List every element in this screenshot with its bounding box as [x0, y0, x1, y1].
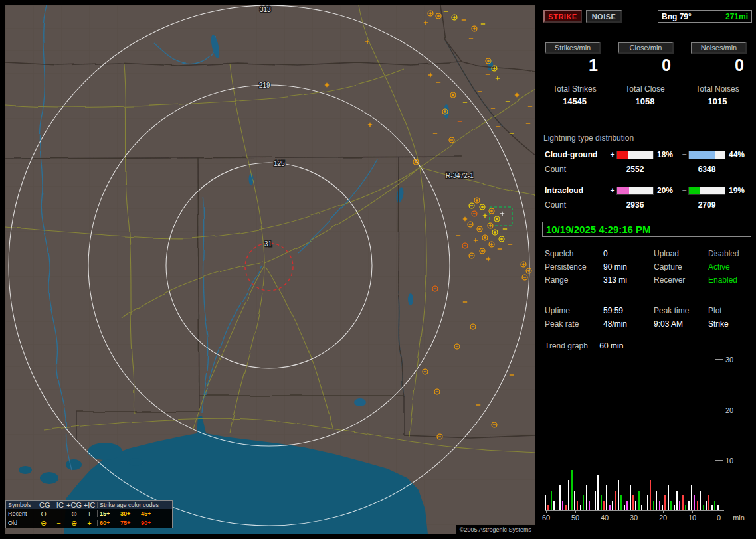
- y-axis: [719, 358, 719, 511]
- trend-bar: [586, 485, 587, 510]
- trend-bar: [545, 495, 546, 510]
- cg-plus-pct: 18%: [654, 150, 680, 159]
- nic-old-icon: −: [51, 519, 66, 527]
- trend-bar: [674, 505, 675, 510]
- age-code-75: 75+: [120, 520, 141, 526]
- trend-bar: [583, 495, 584, 510]
- peak-time-label: Peak time: [654, 304, 708, 317]
- peak-time-value: 9:03 AM: [654, 317, 708, 331]
- squelch-value: 0: [603, 247, 654, 260]
- trend-bar: [612, 501, 613, 510]
- trend-bar: [668, 485, 669, 510]
- trend-bar: [559, 485, 561, 510]
- trend-bar: [580, 505, 581, 510]
- total-strikes-label: Total Strikes: [539, 84, 610, 94]
- trend-bar: [670, 501, 672, 510]
- storm-cell-label: R-3472-1: [446, 172, 474, 179]
- peak-rate-value: 48/min: [603, 317, 654, 331]
- trend-bar: [626, 501, 628, 510]
- legend-age-header: Strike age color codes: [97, 502, 172, 508]
- x-tick-50: 50: [567, 514, 583, 522]
- trend-bar: [708, 495, 709, 510]
- ic-plus-pct: 20%: [654, 186, 680, 195]
- trend-bar: [679, 501, 680, 510]
- distribution-heading: Lightning type distribution: [543, 133, 751, 145]
- trend-bar: [630, 485, 631, 510]
- trend-bar: [562, 501, 563, 510]
- lightning-map[interactable]: 313 219 125 31 R-3472-1 Symbols -CG -IC …: [5, 5, 535, 534]
- trend-bar: [703, 505, 704, 510]
- trend-bar: [568, 480, 569, 510]
- strikes-per-min-value: 1: [545, 56, 601, 75]
- trend-bar: [697, 501, 698, 510]
- trend-bar: [565, 505, 567, 510]
- trend-bar: [659, 501, 660, 510]
- trend-bar: [618, 480, 619, 510]
- noises-per-min-button[interactable]: Noises/min: [691, 42, 747, 54]
- total-strikes-value: 14545: [539, 96, 610, 106]
- y-tick-20: 20: [725, 406, 741, 414]
- close-per-min-button[interactable]: Close/min: [618, 42, 674, 54]
- legend-col-pcg: +CG: [66, 501, 82, 509]
- cg-plus-count: 2552: [616, 165, 654, 174]
- status-sidebar: STRIKE NOISE Bng 79° 271mi Strikes/min C…: [539, 0, 756, 539]
- trend-bar: [609, 505, 611, 510]
- plus-sign: +: [609, 150, 616, 159]
- receiver-label: Receiver: [654, 273, 708, 287]
- pcg-old-icon: ⊕: [66, 519, 82, 527]
- plot-label: Plot: [708, 304, 753, 317]
- minus-sign: −: [680, 186, 688, 195]
- total-noises-value: 1015: [680, 96, 755, 106]
- trend-bar: [700, 491, 701, 510]
- legend-old-label: Old: [6, 520, 36, 526]
- plus-sign: +: [609, 186, 616, 195]
- trend-bar: [551, 491, 552, 510]
- bearing-display: Bng 79° 271mi: [658, 10, 752, 23]
- capture-label: Capture: [654, 260, 708, 273]
- trend-bar: [597, 475, 599, 510]
- trend-bar: [664, 495, 666, 510]
- strike-mode-button[interactable]: STRIKE: [543, 10, 582, 23]
- trend-bar: [571, 470, 573, 510]
- trend-bar: [601, 495, 602, 510]
- legend-symbols-header: Symbols: [6, 502, 36, 508]
- trend-bar: [589, 501, 590, 510]
- pic-recent-icon: +: [82, 510, 97, 518]
- pcg-recent-icon: ⊕: [66, 510, 82, 518]
- noise-mode-button[interactable]: NOISE: [586, 10, 622, 23]
- squelch-label: Squelch: [545, 247, 603, 260]
- strikes-per-min-button[interactable]: Strikes/min: [545, 42, 601, 54]
- age-code-30: 30+: [120, 510, 141, 517]
- legend-col-pic: +IC: [82, 501, 97, 509]
- x-tick-0: 0: [711, 514, 727, 522]
- trend-bar: [606, 485, 607, 510]
- trend-bar: [647, 495, 648, 510]
- date-time-display: 10/19/2025 4:29:16 PM: [542, 222, 751, 237]
- trend-bar: [711, 505, 713, 510]
- uptime-label: Uptime: [545, 304, 603, 317]
- cg-minus-bar: [688, 151, 725, 159]
- x-tick-40: 40: [597, 514, 613, 522]
- map-canvas: 313 219 125 31 R-3472-1: [5, 5, 535, 534]
- ic-minus-pct: 19%: [725, 186, 752, 195]
- plot-value: Strike: [708, 317, 753, 331]
- trend-bar: [635, 501, 636, 510]
- svg-text:219: 219: [259, 82, 270, 89]
- x-tick-20: 20: [655, 514, 671, 522]
- trend-bar: [682, 495, 684, 510]
- map-legend: Symbols -CG -IC +CG +IC Strike age color…: [5, 500, 173, 528]
- legend-col-ncg: -CG: [36, 501, 51, 509]
- cg-minus-pct: 44%: [725, 150, 752, 159]
- trend-bar: [574, 491, 575, 510]
- trend-bar: [662, 505, 663, 510]
- age-code-60: 60+: [100, 520, 120, 526]
- receiver-status: Enabled: [708, 273, 753, 287]
- svg-text:31: 31: [264, 240, 272, 248]
- cloud-ground-label: Cloud-ground: [545, 150, 609, 159]
- ic-minus-count: 2709: [688, 200, 725, 210]
- trend-bar: [676, 491, 678, 510]
- ncg-old-icon: ⊖: [36, 519, 51, 527]
- trend-bar: [656, 491, 657, 510]
- legend-col-nic: -IC: [51, 501, 66, 509]
- noises-per-min-value: 0: [691, 56, 747, 75]
